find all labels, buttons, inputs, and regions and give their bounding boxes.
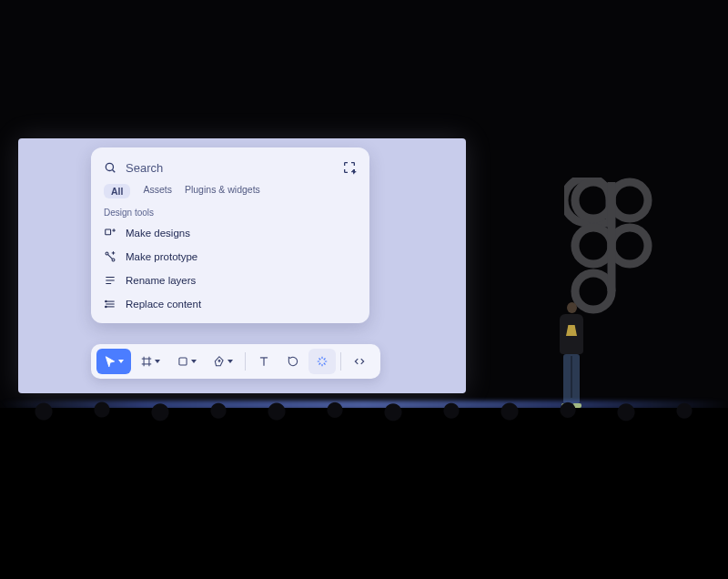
- command-label: Make designs: [126, 228, 190, 239]
- svg-rect-25: [179, 358, 187, 365]
- toolbar-separator: [245, 352, 246, 371]
- chevron-down-icon: [191, 360, 197, 363]
- audience-silhouette: [0, 408, 728, 579]
- figma-logo: [564, 178, 655, 314]
- svg-point-33: [612, 228, 648, 264]
- make-designs-icon: [104, 227, 116, 239]
- replace-content-icon: [104, 298, 116, 310]
- svg-point-10: [112, 259, 115, 261]
- svg-point-19: [106, 300, 106, 301]
- move-tool[interactable]: [96, 349, 131, 374]
- chevron-down-icon: [228, 360, 233, 363]
- svg-point-0: [106, 163, 113, 170]
- svg-rect-6: [106, 229, 111, 235]
- text-tool[interactable]: [250, 349, 278, 374]
- comment-tool[interactable]: [279, 349, 307, 374]
- expand-icon[interactable]: [342, 160, 357, 175]
- toolbar-separator: [340, 352, 341, 371]
- rename-layers-icon: [104, 274, 116, 287]
- command-label: Rename layers: [126, 275, 196, 286]
- command-label: Make prototype: [126, 251, 197, 262]
- tab-plugins-widgets[interactable]: Plugins & widgets: [185, 184, 260, 198]
- svg-line-1: [112, 169, 115, 172]
- palette-tabs: All Assets Plugins & widgets: [91, 182, 369, 204]
- chevron-down-icon: [118, 360, 124, 363]
- tab-all[interactable]: All: [104, 184, 130, 198]
- command-make-prototype[interactable]: Make prototype: [91, 245, 369, 269]
- svg-point-26: [218, 361, 220, 362]
- chevron-down-icon: [155, 360, 160, 363]
- presentation-screen: Search All Assets Plugins & widgets Desi…: [18, 138, 466, 393]
- section-label: Design tools: [91, 204, 369, 221]
- search-icon: [104, 161, 116, 174]
- search-input[interactable]: Search: [126, 161, 333, 175]
- command-make-designs[interactable]: Make designs: [91, 221, 369, 245]
- design-toolbar: [91, 344, 380, 379]
- make-prototype-icon: [104, 250, 116, 263]
- search-row[interactable]: Search: [91, 157, 369, 182]
- svg-point-9: [106, 252, 108, 255]
- actions-tool[interactable]: [308, 349, 336, 374]
- command-rename-layers[interactable]: Rename layers: [91, 269, 369, 292]
- tab-assets[interactable]: Assets: [143, 184, 172, 198]
- shape-tool[interactable]: [169, 349, 204, 374]
- svg-point-20: [106, 306, 106, 307]
- frame-tool[interactable]: [133, 349, 167, 374]
- pen-tool[interactable]: [206, 349, 240, 374]
- command-label: Replace content: [126, 299, 201, 310]
- dev-mode-tool[interactable]: [346, 349, 373, 374]
- command-replace-content[interactable]: Replace content: [91, 292, 369, 316]
- command-palette: Search All Assets Plugins & widgets Desi…: [91, 147, 369, 323]
- svg-point-30: [575, 228, 612, 264]
